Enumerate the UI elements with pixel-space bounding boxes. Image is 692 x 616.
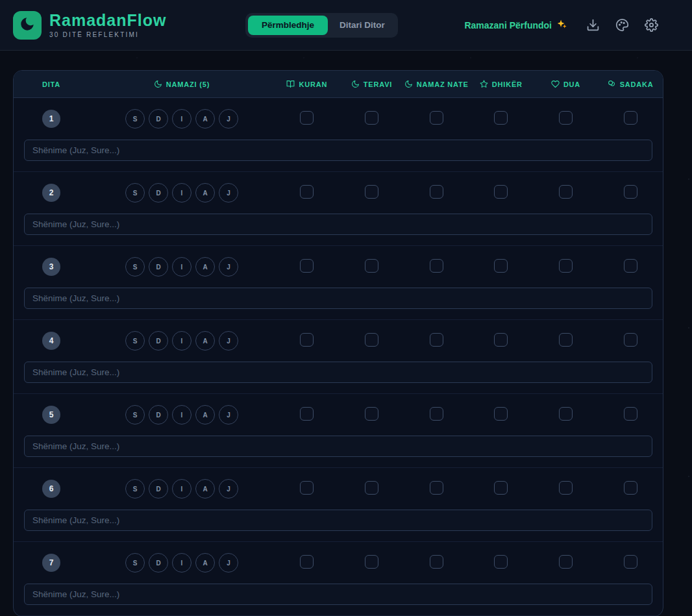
prayer-button-a[interactable]: A	[195, 553, 215, 573]
column-label: KURAN	[299, 80, 327, 88]
checkbox-sadaka[interactable]	[624, 481, 637, 495]
checkbox-dua[interactable]	[559, 333, 573, 347]
checkbox-kuran[interactable]	[300, 259, 314, 273]
prayer-button-i[interactable]: I	[172, 257, 192, 277]
checkbox-sadaka[interactable]	[624, 333, 637, 347]
checkbox-dhiker[interactable]	[494, 185, 508, 199]
checkbox-dua[interactable]	[559, 111, 573, 125]
prayer-button-j[interactable]: J	[219, 479, 238, 499]
prayer-button-j[interactable]: J	[219, 109, 238, 129]
prayer-button-a[interactable]: A	[195, 331, 215, 351]
checkbox-kuran[interactable]	[300, 555, 314, 569]
prayer-button-i[interactable]: I	[172, 331, 192, 351]
prayer-button-i[interactable]: I	[172, 109, 192, 129]
column-header-teravi: TERAVI	[340, 80, 404, 88]
checkbox-namaz-nate[interactable]	[430, 259, 443, 273]
checkbox-sadaka[interactable]	[624, 259, 637, 273]
day-controls: 5SDIAJ	[14, 394, 663, 436]
prayer-button-a[interactable]: A	[195, 479, 215, 499]
checkbox-teravi[interactable]	[365, 555, 378, 569]
prayer-button-s[interactable]: S	[125, 553, 145, 573]
prayer-button-s[interactable]: S	[125, 257, 145, 277]
checkbox-sadaka[interactable]	[624, 111, 637, 125]
notes-input[interactable]	[24, 510, 652, 531]
prayer-button-d[interactable]: D	[149, 331, 168, 351]
checkbox-sadaka[interactable]	[624, 555, 637, 569]
prayer-button-j[interactable]: J	[219, 331, 238, 351]
checkbox-dua[interactable]	[559, 185, 573, 199]
checkbox-dhiker[interactable]	[494, 407, 508, 421]
notes-input[interactable]	[24, 214, 652, 235]
checkbox-teravi[interactable]	[365, 407, 378, 421]
prayer-button-s[interactable]: S	[125, 183, 145, 203]
prayer-button-i[interactable]: I	[172, 183, 192, 203]
notes-input[interactable]	[24, 436, 652, 457]
checkbox-namaz-nate[interactable]	[430, 555, 443, 569]
checkbox-dhiker[interactable]	[494, 481, 508, 495]
checkbox-sadaka[interactable]	[624, 407, 637, 421]
checkbox-namaz-nate[interactable]	[430, 481, 443, 495]
prayer-button-j[interactable]: J	[219, 183, 238, 203]
prayer-button-j[interactable]: J	[219, 553, 238, 573]
prayer-button-i[interactable]: I	[172, 479, 192, 499]
brand-text: RamadanFlow 30 DITË REFLEKTIMI	[49, 12, 166, 39]
prayer-button-j[interactable]: J	[219, 257, 238, 277]
checkbox-namaz-nate[interactable]	[430, 333, 443, 347]
day-number-badge: 4	[42, 332, 60, 350]
checkbox-kuran[interactable]	[300, 481, 314, 495]
prayer-button-d[interactable]: D	[149, 405, 168, 425]
column-label: TERAVI	[364, 80, 392, 88]
download-button[interactable]	[584, 17, 601, 34]
day-number-badge: 3	[42, 258, 60, 276]
prayer-button-d[interactable]: D	[149, 257, 168, 277]
checkbox-dua[interactable]	[559, 481, 573, 495]
prayer-button-d[interactable]: D	[149, 479, 168, 499]
prayer-button-a[interactable]: A	[195, 109, 215, 129]
checkbox-teravi[interactable]	[365, 481, 378, 495]
prayer-button-s[interactable]: S	[125, 479, 145, 499]
prayer-button-s[interactable]: S	[125, 405, 145, 425]
prayer-button-j[interactable]: J	[219, 405, 238, 425]
prayer-button-s[interactable]: S	[125, 109, 145, 129]
notes-input[interactable]	[24, 140, 652, 161]
checkbox-sadaka[interactable]	[624, 185, 637, 199]
prayer-button-i[interactable]: I	[172, 405, 192, 425]
settings-button[interactable]	[643, 17, 660, 34]
checkbox-teravi[interactable]	[365, 333, 378, 347]
checkbox-kuran[interactable]	[300, 333, 314, 347]
prayer-button-s[interactable]: S	[125, 331, 145, 351]
prayer-button-i[interactable]: I	[172, 553, 192, 573]
checkbox-dhiker[interactable]	[494, 555, 508, 569]
notes-input[interactable]	[24, 584, 652, 605]
checkbox-dua[interactable]	[559, 259, 573, 273]
prayer-button-a[interactable]: A	[195, 257, 215, 277]
moon-icon	[351, 80, 360, 88]
checkbox-dua[interactable]	[559, 555, 573, 569]
theme-button[interactable]	[613, 17, 630, 34]
notes-input[interactable]	[24, 288, 652, 309]
prayer-button-a[interactable]: A	[195, 405, 215, 425]
tab-permbledhje[interactable]: Përmbledhje	[248, 16, 328, 35]
prayer-button-a[interactable]: A	[195, 183, 215, 203]
prayer-button-d[interactable]: D	[149, 109, 168, 129]
checkbox-teravi[interactable]	[365, 185, 378, 199]
checkbox-namaz-nate[interactable]	[430, 407, 443, 421]
checkbox-dhiker[interactable]	[494, 259, 508, 273]
column-label: SADAKA	[620, 80, 654, 88]
day-number-badge: 5	[42, 406, 60, 424]
toolbar	[584, 17, 660, 34]
tab-ditari-ditor[interactable]: Ditari Ditor	[329, 16, 395, 34]
prayer-button-d[interactable]: D	[149, 183, 168, 203]
prayer-button-d[interactable]: D	[149, 553, 168, 573]
checkbox-kuran[interactable]	[300, 111, 314, 125]
checkbox-namaz-nate[interactable]	[430, 185, 443, 199]
checkbox-dhiker[interactable]	[494, 111, 508, 125]
checkbox-teravi[interactable]	[365, 259, 378, 273]
checkbox-namaz-nate[interactable]	[430, 111, 443, 125]
notes-input[interactable]	[24, 362, 652, 383]
checkbox-kuran[interactable]	[300, 407, 314, 421]
checkbox-teravi[interactable]	[365, 111, 378, 125]
checkbox-dua[interactable]	[559, 407, 573, 421]
checkbox-kuran[interactable]	[300, 185, 314, 199]
checkbox-dhiker[interactable]	[494, 333, 508, 347]
